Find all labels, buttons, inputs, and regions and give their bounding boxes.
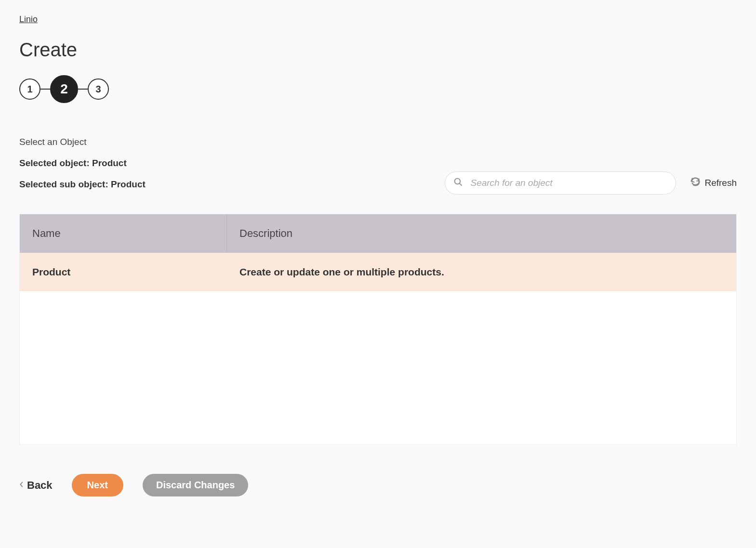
svg-point-0: [455, 179, 461, 184]
search-input[interactable]: [445, 171, 676, 195]
cell-description: Create or update one or multiple product…: [227, 253, 736, 291]
stepper: 1 2 3: [19, 75, 737, 103]
cell-name: Product: [20, 253, 227, 291]
step-connector: [40, 89, 50, 90]
table-row[interactable]: Product Create or update one or multiple…: [20, 253, 736, 291]
table-header: Name Description: [20, 214, 736, 253]
refresh-button[interactable]: Refresh: [690, 177, 737, 189]
back-label: Back: [27, 479, 53, 492]
column-header-description: Description: [227, 214, 736, 253]
chevron-left-icon: [19, 481, 24, 490]
footer-actions: Back Next Discard Changes: [19, 474, 737, 496]
object-table: Name Description Product Create or updat…: [19, 214, 737, 445]
back-button[interactable]: Back: [19, 479, 53, 492]
step-connector: [78, 89, 88, 90]
svg-line-1: [460, 183, 462, 186]
page-title: Create: [19, 39, 737, 61]
selected-object-label: Selected object: Product: [19, 158, 737, 169]
step-3[interactable]: 3: [88, 78, 109, 100]
search-icon: [453, 177, 463, 189]
refresh-icon: [690, 177, 701, 189]
step-2[interactable]: 2: [50, 75, 78, 103]
breadcrumb-link[interactable]: Linio: [19, 14, 38, 25]
column-header-name: Name: [20, 214, 227, 253]
section-label: Select an Object: [19, 137, 737, 147]
search-wrapper: [445, 171, 676, 195]
step-1[interactable]: 1: [19, 78, 40, 100]
refresh-label: Refresh: [704, 178, 737, 188]
discard-changes-button[interactable]: Discard Changes: [143, 474, 248, 496]
next-button[interactable]: Next: [72, 474, 123, 496]
